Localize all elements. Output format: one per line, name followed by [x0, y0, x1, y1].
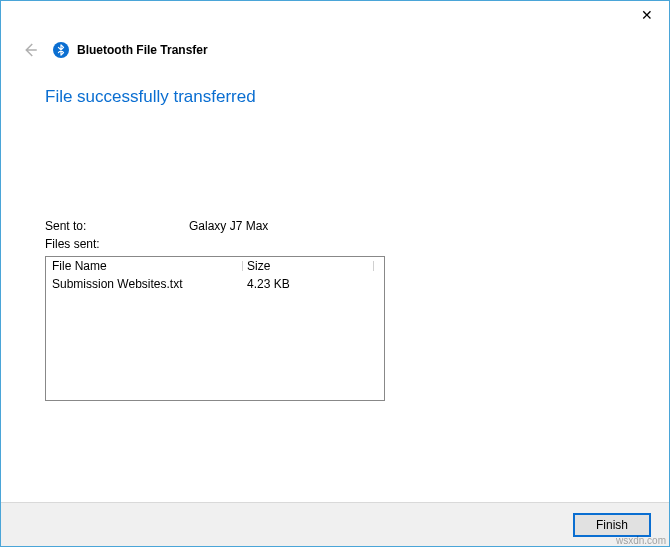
bluetooth-icon — [53, 42, 69, 58]
column-header-size[interactable]: Size — [247, 259, 378, 273]
footer: Finish — [1, 502, 669, 546]
header-row: Bluetooth File Transfer — [1, 39, 669, 61]
files-sent-label: Files sent: — [45, 235, 189, 253]
back-button[interactable] — [19, 39, 41, 61]
close-icon: ✕ — [641, 7, 653, 23]
content-area: File successfully transferred Sent to: G… — [1, 61, 669, 502]
cell-filename: Submission Websites.txt — [52, 277, 247, 291]
file-table: File Name Size Submission Websites.txt 4… — [45, 256, 385, 401]
column-header-filename[interactable]: File Name — [52, 259, 247, 273]
titlebar: ✕ — [1, 1, 669, 31]
sent-to-label: Sent to: — [45, 217, 189, 235]
back-arrow-icon — [21, 41, 39, 59]
close-button[interactable]: ✕ — [624, 1, 669, 29]
finish-button[interactable]: Finish — [573, 513, 651, 537]
window-title: Bluetooth File Transfer — [77, 43, 208, 57]
status-heading: File successfully transferred — [45, 87, 625, 107]
sent-to-row: Sent to: Galaxy J7 Max — [45, 217, 625, 235]
table-header: File Name Size — [46, 257, 384, 275]
bluetooth-transfer-window: ✕ Bluetooth File Transfer File successfu… — [0, 0, 670, 547]
files-sent-row: Files sent: — [45, 235, 625, 253]
cell-size: 4.23 KB — [247, 277, 378, 291]
sent-to-value: Galaxy J7 Max — [189, 217, 268, 235]
table-row[interactable]: Submission Websites.txt 4.23 KB — [46, 275, 384, 293]
